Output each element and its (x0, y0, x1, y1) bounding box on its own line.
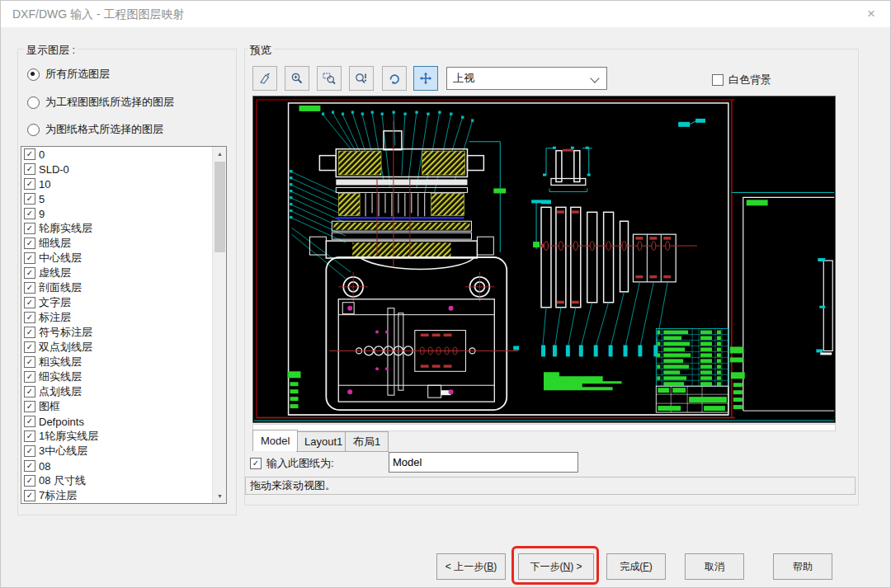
layer-item[interactable]: ✓10 (21, 176, 226, 191)
layer-item[interactable]: ✓1轮廓实线层 (21, 429, 226, 444)
layer-item[interactable]: ✓7标注层 (21, 488, 226, 503)
tab-layout1[interactable]: Layout1 (296, 431, 351, 452)
layer-checkbox[interactable]: ✓ (24, 178, 35, 190)
checkbox-box[interactable]: ✓ (250, 458, 262, 469)
layer-checkbox[interactable]: ✓ (24, 341, 35, 353)
layer-checkbox[interactable]: ✓ (24, 208, 35, 219)
layer-checkbox[interactable]: ✓ (24, 267, 35, 279)
layer-item[interactable]: ✓文字层 (21, 295, 226, 310)
layer-checkbox[interactable]: ✓ (24, 327, 35, 338)
layer-checkbox[interactable]: ✓ (24, 371, 35, 383)
scroll-up-icon[interactable]: ▲ (213, 147, 227, 161)
zoom-to-area-button[interactable] (317, 66, 342, 91)
dialog-title: DXF/DWG 输入 - 工程图图层映射 (12, 7, 184, 22)
zoom-in-icon (290, 72, 304, 85)
layer-checkbox[interactable]: ✓ (24, 238, 35, 249)
layer-checkbox[interactable]: ✓ (24, 490, 35, 501)
layer-checkbox[interactable]: ✓ (24, 430, 35, 442)
back-button[interactable]: < 上一步(B) (436, 553, 506, 580)
layer-checkbox[interactable]: ✓ (24, 282, 35, 294)
radio-dot (27, 96, 40, 109)
layer-checkbox[interactable]: ✓ (24, 416, 35, 427)
select-button[interactable] (252, 66, 277, 91)
white-background-checkbox[interactable]: 白色背景 (712, 73, 771, 87)
scrollbar-thumb[interactable] (214, 162, 225, 252)
radio-sheet-format-layers[interactable]: 为图纸格式所选择的图层 (27, 122, 163, 137)
preview-canvas[interactable] (252, 96, 836, 423)
zoom-fit-icon (355, 72, 368, 85)
layer-item[interactable]: ✓3中心线层 (21, 444, 226, 459)
view-orientation-select[interactable]: 上视 (446, 67, 607, 90)
layer-item[interactable]: ✓08 尺寸线 (21, 473, 226, 488)
layer-checkbox[interactable]: ✓ (24, 252, 35, 264)
layer-checkbox[interactable]: ✓ (24, 401, 35, 412)
checkbox-box[interactable] (712, 74, 724, 86)
import-sheet-checkbox[interactable]: ✓ 输入此图纸为: (250, 456, 334, 471)
zoom-to-fit-button[interactable] (349, 66, 374, 91)
rotate-view-button[interactable] (382, 66, 407, 91)
layer-item[interactable]: ✓虚线层 (21, 266, 226, 280)
pan-button[interactable] (413, 66, 438, 91)
layer-item[interactable]: ✓0 (21, 147, 226, 162)
layer-item[interactable]: ✓5 (21, 191, 226, 206)
chevron-down-icon (590, 73, 599, 82)
layer-checkbox[interactable]: ✓ (24, 148, 35, 160)
radio-drawing-sheet-layers[interactable]: 为工程图图纸所选择的图层 (27, 95, 174, 110)
cad-drawing (253, 96, 835, 422)
zoom-area-icon (323, 72, 336, 85)
layer-item[interactable]: ✓SLD-0 (21, 162, 226, 176)
layer-item[interactable]: ✓标注层 (21, 310, 226, 325)
layer-item[interactable]: ✓符号标注层 (21, 325, 226, 340)
select-icon (258, 72, 271, 85)
layer-checkbox[interactable]: ✓ (24, 356, 35, 368)
layer-item[interactable]: ✓中心线层 (21, 251, 226, 266)
preview-label: 预览 (248, 43, 274, 58)
pan-icon (419, 72, 432, 85)
layer-checkbox[interactable]: ✓ (24, 460, 35, 472)
layer-item[interactable]: ✓轮廓实线层 (21, 221, 226, 236)
layer-checkbox[interactable]: ✓ (24, 297, 35, 308)
layer-item[interactable]: ✓点划线层 (21, 384, 226, 399)
layer-checkbox[interactable]: ✓ (24, 475, 35, 487)
layer-list[interactable]: ✓0 ✓SLD-0 ✓10 ✓5 ✓9 ✓轮廓实线层 ✓细线层 ✓中心线层 ✓虚… (21, 146, 227, 504)
finish-button[interactable]: 完成(F) (606, 553, 666, 580)
preview-horizontal-scrollbar[interactable] (252, 424, 836, 431)
radio-dot (27, 68, 40, 81)
layer-checkbox[interactable]: ✓ (24, 223, 35, 234)
layer-item[interactable]: ✓08 (21, 459, 226, 473)
title-bar: DXF/DWG 输入 - 工程图图层映射 × (1, 1, 890, 27)
scroll-down-icon[interactable]: ▼ (213, 489, 227, 503)
radio-all-selected-layers[interactable]: 所有所选图层 (27, 67, 110, 82)
layer-item[interactable]: ✓图框 (21, 399, 226, 414)
layer-checkbox[interactable]: ✓ (24, 386, 35, 397)
dxf-dwg-import-dialog: DXF/DWG 输入 - 工程图图层映射 × 显示图层 : 所有所选图层 为工程… (0, 0, 891, 588)
layer-item[interactable]: ✓剖面线层 (21, 280, 226, 295)
radio-dot (27, 124, 40, 136)
layer-item[interactable]: ✓Defpoints (21, 414, 226, 429)
layer-checkbox[interactable]: ✓ (24, 445, 35, 457)
layer-item[interactable]: ✓9 (21, 206, 226, 221)
layer-item[interactable]: ✓细实线层 (21, 369, 226, 384)
sheet-name-input[interactable] (389, 452, 578, 473)
layer-item[interactable]: ✓双点划线层 (21, 340, 226, 355)
layer-item[interactable]: ✓粗实线层 (21, 355, 226, 369)
tab-layout-cn[interactable]: 布局1 (345, 431, 389, 452)
cancel-button[interactable]: 取消 (685, 553, 744, 580)
rotate-view-icon (388, 72, 401, 85)
tab-model[interactable]: Model (252, 430, 298, 451)
layer-checkbox[interactable]: ✓ (24, 193, 35, 205)
layer-item[interactable]: ✓细线层 (21, 236, 226, 251)
zoom-in-button[interactable] (285, 66, 309, 91)
status-bar: 拖动来滚动视图。 (245, 477, 856, 495)
help-button[interactable]: 帮助 (773, 553, 832, 580)
layer-checkbox[interactable]: ✓ (24, 312, 35, 323)
close-icon[interactable]: × (859, 4, 884, 24)
layer-checkbox[interactable]: ✓ (24, 163, 35, 175)
next-button-highlight (512, 546, 599, 585)
show-layers-label: 显示图层 : (24, 43, 78, 58)
list-scrollbar[interactable]: ▲ ▼ (212, 147, 226, 503)
